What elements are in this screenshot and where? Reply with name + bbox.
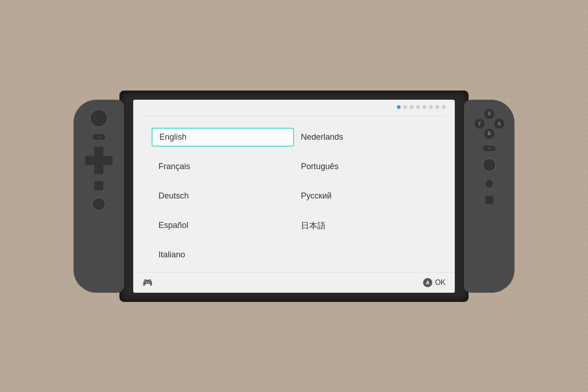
home-button[interactable] (484, 179, 494, 189)
left-stick[interactable] (90, 109, 108, 127)
plus-button[interactable]: + (483, 146, 496, 151)
dot-4 (416, 105, 420, 109)
dot-3 (410, 105, 413, 109)
controller-icon: 🎮 (142, 278, 153, 288)
page-dots (397, 105, 446, 109)
dot-1 (397, 105, 401, 109)
switch-device: − English Nederlands (74, 63, 514, 330)
right-stick[interactable] (482, 158, 496, 172)
lang-english[interactable]: English (152, 128, 294, 147)
a-button-icon: A (423, 278, 432, 287)
y-button[interactable]: Y (475, 119, 485, 129)
dot-8 (442, 105, 446, 109)
lang-italiano[interactable]: Italiano (152, 246, 294, 263)
abxy-cluster: X Y A B (475, 109, 504, 139)
lang-russian[interactable]: Русский (294, 187, 436, 205)
dot-2 (403, 105, 407, 109)
dot-7 (435, 105, 439, 109)
bottom-bar: 🎮 A OK (133, 272, 455, 293)
switch-body: English Nederlands Français Português De… (119, 91, 469, 302)
ok-label: OK (435, 278, 446, 287)
lang-japanese[interactable]: 日本語 (294, 216, 436, 235)
lang-portugues[interactable]: Português (294, 158, 436, 175)
minus-button[interactable]: − (92, 134, 105, 140)
b-button[interactable]: B (484, 129, 494, 139)
bottom-left: 🎮 (142, 278, 153, 288)
dot-5 (423, 105, 426, 109)
screen: English Nederlands Français Português De… (133, 100, 455, 293)
x-button[interactable]: X (484, 109, 494, 119)
language-area: English Nederlands Français Português De… (152, 123, 436, 270)
a-button[interactable]: A (494, 119, 504, 129)
joycon-left: − (74, 100, 124, 293)
ok-action[interactable]: A OK (423, 278, 446, 287)
capture-button[interactable] (94, 181, 103, 190)
lang-deutsch[interactable]: Deutsch (152, 187, 294, 205)
joycon-right: X Y A B + (464, 100, 514, 293)
dpad[interactable] (85, 147, 113, 174)
left-stick-lower[interactable] (92, 197, 106, 211)
lang-espanol[interactable]: Español (152, 217, 294, 234)
lang-empty (294, 251, 436, 259)
top-divider (142, 116, 446, 116)
dot-6 (429, 105, 433, 109)
lang-nederlands[interactable]: Nederlands (294, 129, 436, 146)
lang-francais[interactable]: Français (152, 158, 294, 175)
screenshot-button[interactable] (485, 196, 493, 204)
